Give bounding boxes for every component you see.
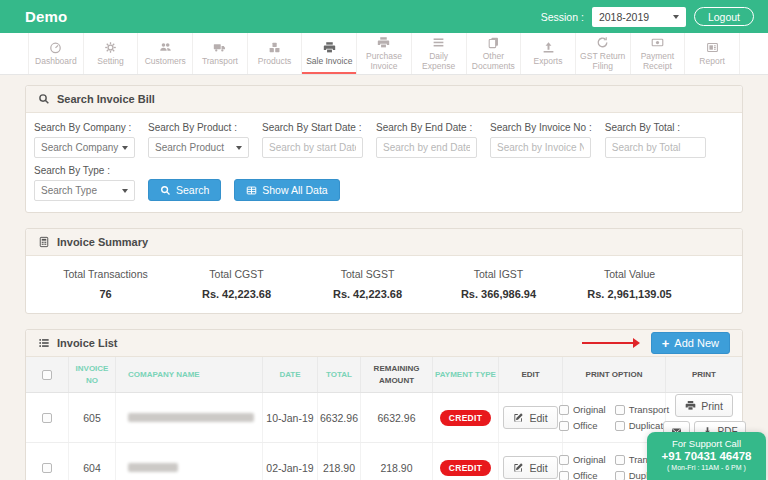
- checkbox[interactable]: [559, 455, 569, 465]
- remaining-amount: 218.90: [361, 443, 433, 480]
- search-field-product: Search By Product : Search Product: [148, 122, 249, 158]
- print-option-office[interactable]: Office: [559, 420, 606, 431]
- col-date[interactable]: DATE: [263, 357, 318, 392]
- start-date-input[interactable]: [262, 137, 363, 158]
- search-field-type: Search By Type : Search Type: [34, 165, 135, 201]
- type-select[interactable]: Search Type: [34, 180, 135, 201]
- support-phone: +91 70431 46478: [647, 450, 766, 462]
- nav-item-setting[interactable]: Setting: [84, 33, 139, 74]
- col-total[interactable]: TOTAL: [318, 357, 361, 392]
- session-value: 2018-2019: [599, 11, 649, 23]
- stat-total-transactions: Total Transactions 76: [40, 268, 171, 300]
- nav-item-purchase-invoice[interactable]: Purchase Invoice: [357, 33, 412, 74]
- edit-button[interactable]: Edit: [503, 406, 557, 429]
- nav-item-other-documents[interactable]: Other Documents: [467, 33, 522, 74]
- stat-total-igst: Total IGST Rs. 366,986.94: [433, 268, 564, 300]
- col-print: PRINT: [666, 357, 742, 392]
- invoice-total: 218.90: [318, 443, 361, 480]
- annotation-arrow: [582, 342, 634, 344]
- print-option-duplicate[interactable]: Duplicate: [615, 420, 669, 431]
- checkbox[interactable]: [615, 405, 625, 415]
- row-checkbox[interactable]: [42, 463, 52, 473]
- nav-item-sale-invoice[interactable]: Sale Invoice: [302, 33, 357, 74]
- logout-button[interactable]: Logout: [694, 7, 754, 26]
- row-checkbox[interactable]: [42, 413, 52, 423]
- total-input[interactable]: [605, 137, 706, 158]
- truck-icon: [213, 41, 226, 54]
- print-option-office[interactable]: Office: [559, 470, 606, 480]
- remaining-amount: 6632.96: [361, 393, 433, 442]
- stat-total-value: Total Value Rs. 2,961,139.05: [564, 268, 695, 300]
- support-title: For Support Call: [647, 438, 766, 449]
- nav-item-payment-receipt[interactable]: Payment Receipt: [631, 33, 686, 74]
- users-icon: [159, 41, 172, 54]
- app-title: Demo: [25, 8, 67, 25]
- invoice-no: 604: [69, 443, 116, 480]
- col-company-name[interactable]: COMAPANY NAME: [116, 357, 263, 392]
- checkbox[interactable]: [559, 405, 569, 415]
- nav-item-transport[interactable]: Transport: [193, 33, 248, 74]
- printer-icon: [323, 41, 336, 54]
- summary-stats: Total Transactions 76 Total CGST Rs. 42,…: [26, 256, 742, 313]
- app-window: Demo Session : 2018-2019 Logout Dashboar…: [0, 0, 768, 480]
- search-fields-row-1: Search By Company : Search Company Searc…: [34, 122, 734, 158]
- chevron-down-icon: [673, 15, 679, 19]
- print-option-original[interactable]: Original: [559, 404, 606, 415]
- nav-item-customers[interactable]: Customers: [138, 33, 193, 74]
- col-payment-type[interactable]: PAYMENT TYPE: [433, 357, 499, 392]
- col-edit: EDIT: [499, 357, 563, 392]
- col-print-option: PRINT OPTION: [563, 357, 666, 392]
- checkbox[interactable]: [615, 471, 625, 480]
- product-select[interactable]: Search Product: [148, 137, 249, 158]
- search-button[interactable]: Search: [148, 179, 221, 201]
- nav-item-report[interactable]: Report: [685, 33, 740, 74]
- plus-icon: +: [662, 337, 670, 350]
- invoice-table-header: INVOICE NO COMAPANY NAME DATE TOTAL REMA…: [26, 357, 742, 393]
- newspaper-icon: [706, 41, 719, 54]
- stat-total-sgst: Total SGST Rs. 42,223.68: [302, 268, 433, 300]
- redacted-company-name: [128, 413, 254, 422]
- checkbox[interactable]: [615, 455, 625, 465]
- search-field-start-date: Search By Start Date :: [262, 122, 363, 158]
- edit-button[interactable]: Edit: [503, 456, 557, 479]
- support-hours: ( Mon-Fri : 11AM - 6 PM ): [647, 464, 766, 471]
- search-field-invoice-no: Search By Invoice No :: [490, 122, 592, 158]
- checkbox[interactable]: [559, 471, 569, 480]
- dashboard-icon: [49, 41, 62, 54]
- select-all-cell: [26, 357, 69, 392]
- print-option-transport[interactable]: Transport: [615, 404, 669, 415]
- session-area: Session : 2018-2019 Logout: [541, 7, 754, 27]
- session-select[interactable]: 2018-2019: [592, 7, 686, 27]
- show-all-data-button[interactable]: Show All Data: [234, 179, 339, 201]
- chevron-down-icon: [122, 146, 128, 150]
- invoice-no-input[interactable]: [490, 137, 591, 158]
- chevron-down-icon: [236, 146, 242, 150]
- print-options: Original Transport Office Duplicate: [559, 404, 669, 431]
- nav-item-dashboard[interactable]: Dashboard: [28, 33, 84, 74]
- checkbox[interactable]: [615, 421, 625, 431]
- select-all-checkbox[interactable]: [42, 370, 52, 380]
- nav-item-exports[interactable]: Exports: [521, 33, 576, 74]
- end-date-input[interactable]: [376, 137, 477, 158]
- print-option-original[interactable]: Original: [559, 454, 606, 465]
- company-select[interactable]: Search Company: [34, 137, 135, 158]
- search-field-company: Search By Company : Search Company: [34, 122, 135, 158]
- invoice-summary-panel: Invoice Summary Total Transactions 76 To…: [25, 228, 743, 314]
- invoice-date: 10-Jan-19: [263, 393, 318, 442]
- list-icon: [38, 337, 50, 349]
- print-button[interactable]: Print: [675, 394, 733, 417]
- money-icon: [651, 36, 664, 49]
- invoice-date: 02-Jan-19: [263, 443, 318, 480]
- add-new-button[interactable]: + Add New: [651, 332, 730, 354]
- company-name-cell: [116, 393, 263, 442]
- gear-icon: [104, 41, 117, 54]
- nav-item-products[interactable]: Products: [248, 33, 303, 74]
- nav-item-gst-return-filing[interactable]: GST Return Filing: [576, 33, 631, 74]
- checkbox[interactable]: [559, 421, 569, 431]
- search-field-total: Search By Total :: [605, 122, 706, 158]
- stat-total-cgst: Total CGST Rs. 42,223.68: [171, 268, 302, 300]
- nav-item-daily-expense[interactable]: Daily Expense: [412, 33, 467, 74]
- refresh-icon: [596, 36, 609, 49]
- col-invoice-no[interactable]: INVOICE NO: [69, 357, 116, 392]
- search-icon: [38, 93, 50, 105]
